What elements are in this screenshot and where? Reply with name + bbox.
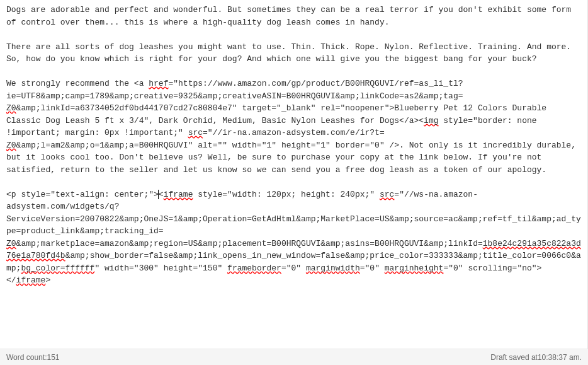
word-count[interactable]: Word count: 151 bbox=[6, 352, 60, 363]
spell-error-z0-a: Z0 bbox=[6, 103, 16, 113]
code-editor-content[interactable]: Dogs are adorable and perfect and wonder… bbox=[6, 4, 581, 345]
paragraph-4-part-h: ="0" bbox=[281, 264, 306, 273]
paragraph-4-part-k: > bbox=[45, 275, 50, 285]
paragraph-2: There are all sorts of dog leashes you m… bbox=[6, 42, 576, 64]
paragraph-3-part-f: &amp;l=am2&amp;o=1&amp;a=B00HRQGUVI" alt… bbox=[6, 141, 581, 175]
paragraph-4-part-e: &amp;marketplace=amazon&amp;region=US&am… bbox=[16, 239, 483, 248]
word-count-value: 151 bbox=[47, 352, 59, 363]
draft-saved-label: Draft saved at bbox=[490, 352, 538, 363]
spell-error-bgcolor: bg_color=ffffff bbox=[21, 264, 94, 273]
spell-error-img: img bbox=[424, 116, 438, 125]
spell-error-frameborder: frameborder bbox=[227, 264, 281, 273]
spell-error-iframe: iframe bbox=[164, 190, 193, 199]
paragraph-4-part-i: ="0" bbox=[360, 264, 385, 273]
paragraph-4-part-b: < bbox=[159, 190, 164, 199]
spell-error-z0-c: Z0 bbox=[6, 239, 16, 248]
paragraph-1: Dogs are adorable and perfect and wonder… bbox=[6, 5, 576, 27]
paragraph-3-part-e: ="//ir-na.amazon-adsystem.com/e/ir?t= bbox=[203, 128, 385, 137]
paragraph-4-part-a: <p style="text-align: center;"> bbox=[6, 190, 159, 199]
spell-error-src-a: src bbox=[188, 128, 203, 137]
code-editor-pane[interactable]: Dogs are adorable and perfect and wonder… bbox=[0, 0, 588, 349]
draft-saved-time: 10:38:37 am. bbox=[538, 352, 582, 363]
paragraph-3-part-a: We strongly recommend the <a bbox=[6, 79, 149, 88]
spell-error-z0-b: Z0 bbox=[6, 141, 16, 150]
draft-saved-status: Draft saved at 10:38:37 am. bbox=[490, 352, 582, 363]
spell-error-src-b: src bbox=[380, 190, 394, 199]
spell-error-href: href bbox=[149, 79, 168, 88]
status-bar: Word count: 151 Draft saved at 10:38:37 … bbox=[0, 349, 588, 365]
paragraph-4-part-c: style="width: 120px; height: 240px;" bbox=[193, 190, 379, 199]
spell-error-marginheight: marginheight bbox=[385, 264, 444, 273]
word-count-label: Word count: bbox=[6, 352, 47, 363]
paragraph-4-part-g: " width="300" height="150" bbox=[94, 264, 227, 273]
spell-error-marginwidth: marginwidth bbox=[306, 264, 360, 273]
spell-error-iframe-close: iframe bbox=[16, 275, 46, 285]
